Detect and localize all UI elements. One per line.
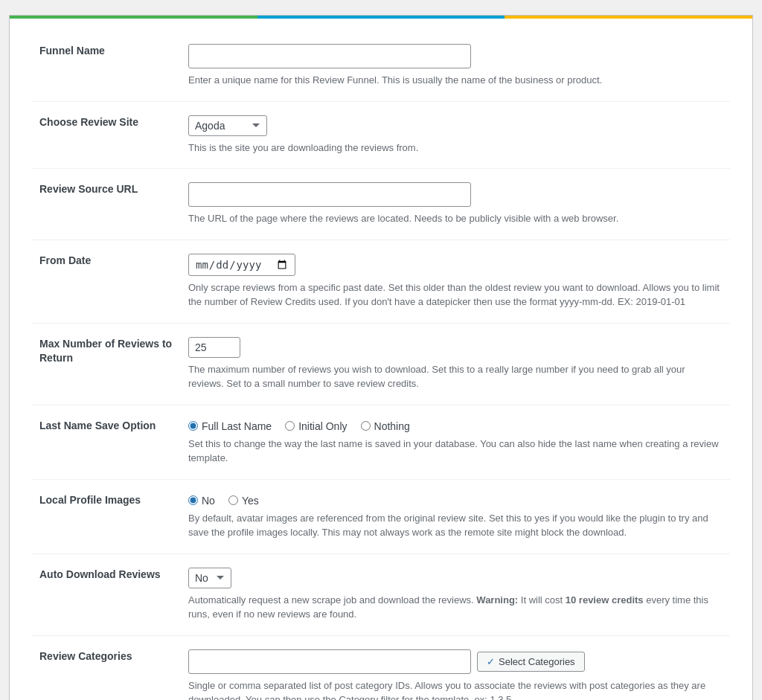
- max-reviews-field: The maximum number of reviews you wish t…: [181, 323, 730, 405]
- review-site-help: This is the site you are downloading the…: [188, 141, 723, 155]
- last-name-save-label: Last Name Save Option: [32, 405, 181, 479]
- max-reviews-row: Max Number of Reviews to Return The maxi…: [32, 323, 730, 405]
- last-name-full-radio[interactable]: [188, 421, 198, 431]
- progress-orange: [505, 16, 752, 19]
- local-profile-images-row: Local Profile Images No Yes By default,: [32, 479, 730, 553]
- review-source-url-input[interactable]: [188, 182, 471, 207]
- last-name-full-label: Full Last Name: [202, 420, 272, 432]
- progress-green: [10, 16, 257, 19]
- top-progress-bar: [10, 16, 752, 19]
- review-site-row: Choose Review Site Agoda Google Yelp Tri…: [32, 101, 730, 169]
- review-categories-label: Review Categories: [32, 635, 181, 700]
- auto-download-row: Auto Download Reviews No Yes Automatical…: [32, 553, 730, 635]
- auto-download-credits: 10 review credits: [566, 594, 644, 606]
- last-name-nothing-label: Nothing: [374, 420, 410, 432]
- last-name-save-field: Full Last Name Initial Only Nothing Set …: [181, 405, 730, 479]
- form-container: Funnel Name Enter a unique name for this…: [9, 15, 753, 700]
- funnel-name-field: Enter a unique name for this Review Funn…: [181, 30, 730, 101]
- auto-download-help: Automatically request a new scrape job a…: [188, 593, 723, 622]
- select-categories-button[interactable]: ✓ Select Categories: [477, 652, 585, 672]
- from-date-label: From Date: [32, 240, 181, 323]
- review-categories-help: Single or comma separated list of post c…: [188, 678, 723, 701]
- auto-download-field: No Yes Automatically request a new scrap…: [181, 553, 730, 635]
- local-profile-no-label: No: [202, 495, 215, 507]
- local-profile-yes-radio[interactable]: [228, 495, 238, 505]
- funnel-name-label: Funnel Name: [32, 30, 181, 101]
- auto-download-warning: Warning:: [476, 594, 518, 606]
- max-reviews-input[interactable]: [188, 337, 240, 358]
- max-reviews-label: Max Number of Reviews to Return: [32, 323, 181, 405]
- last-name-save-help: Set this to change the way the last name…: [188, 437, 723, 466]
- review-source-url-field: The URL of the page where the reviews ar…: [181, 169, 730, 240]
- review-site-select[interactable]: Agoda Google Yelp TripAdvisor Facebook: [188, 115, 267, 136]
- auto-download-label: Auto Download Reviews: [32, 553, 181, 635]
- review-categories-input[interactable]: [188, 649, 471, 674]
- settings-table: Funnel Name Enter a unique name for this…: [32, 30, 730, 700]
- review-source-url-help: The URL of the page where the reviews ar…: [188, 211, 723, 226]
- from-date-help: Only scrape reviews from a specific past…: [188, 280, 723, 309]
- review-categories-inline: ✓ Select Categories: [188, 649, 723, 674]
- max-reviews-help: The maximum number of reviews you wish t…: [188, 362, 723, 391]
- local-profile-images-field: No Yes By default, avatar images are ref…: [181, 479, 730, 553]
- review-site-field: Agoda Google Yelp TripAdvisor Facebook T…: [181, 101, 730, 169]
- check-icon: ✓: [487, 656, 495, 667]
- local-profile-radio-group: No Yes: [188, 495, 723, 507]
- local-profile-yes-option[interactable]: Yes: [228, 495, 259, 507]
- local-profile-yes-label: Yes: [242, 495, 259, 507]
- last-name-radio-group: Full Last Name Initial Only Nothing: [188, 420, 723, 432]
- from-date-input[interactable]: [188, 254, 295, 276]
- last-name-full-option[interactable]: Full Last Name: [188, 420, 272, 432]
- review-categories-row: Review Categories ✓ Select Categories Si…: [32, 635, 730, 700]
- funnel-name-help: Enter a unique name for this Review Funn…: [188, 73, 723, 88]
- funnel-name-row: Funnel Name Enter a unique name for this…: [32, 30, 730, 101]
- auto-download-select[interactable]: No Yes: [188, 568, 231, 588]
- progress-blue: [257, 16, 505, 19]
- last-name-nothing-option[interactable]: Nothing: [361, 420, 410, 432]
- last-name-initial-label: Initial Only: [298, 420, 347, 432]
- funnel-name-input[interactable]: [188, 44, 471, 68]
- review-categories-field: ✓ Select Categories Single or comma sepa…: [181, 635, 730, 700]
- from-date-field: Only scrape reviews from a specific past…: [181, 240, 730, 323]
- local-profile-images-help: By default, avatar images are referenced…: [188, 511, 723, 540]
- local-profile-no-radio[interactable]: [188, 495, 198, 505]
- review-source-url-row: Review Source URL The URL of the page wh…: [32, 169, 730, 240]
- last-name-initial-radio[interactable]: [285, 421, 295, 431]
- last-name-save-row: Last Name Save Option Full Last Name Ini…: [32, 405, 730, 479]
- last-name-nothing-radio[interactable]: [361, 421, 371, 431]
- last-name-initial-option[interactable]: Initial Only: [285, 420, 347, 432]
- from-date-row: From Date Only scrape reviews from a spe…: [32, 240, 730, 323]
- review-source-url-label: Review Source URL: [32, 169, 181, 240]
- select-categories-label: Select Categories: [499, 656, 575, 667]
- local-profile-no-option[interactable]: No: [188, 495, 215, 507]
- review-site-label: Choose Review Site: [32, 101, 181, 169]
- local-profile-images-label: Local Profile Images: [32, 479, 181, 553]
